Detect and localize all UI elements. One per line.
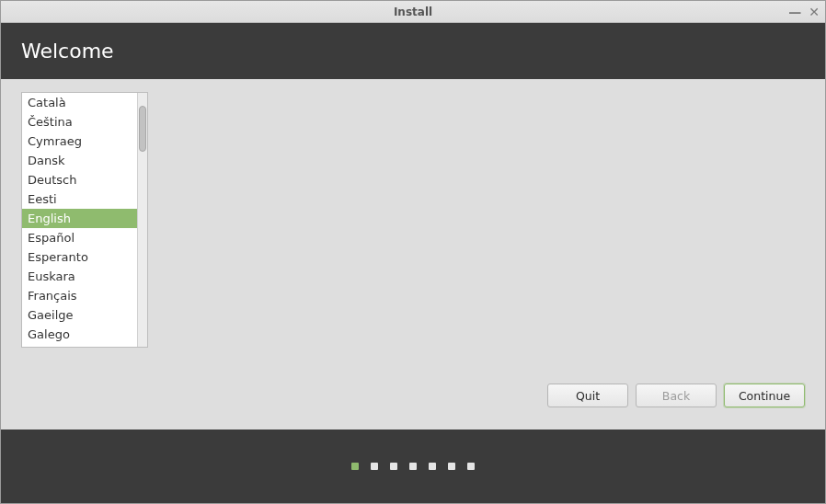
scrollbar[interactable] (137, 93, 147, 347)
progress-footer (1, 430, 825, 503)
window-title: Install (394, 6, 432, 18)
list-item[interactable]: Dansk (22, 151, 137, 170)
list-item[interactable]: Esperanto (22, 247, 137, 267)
quit-button[interactable]: Quit (547, 384, 628, 407)
button-row: Quit Back Continue (21, 374, 805, 420)
continue-button[interactable]: Continue (724, 384, 805, 407)
list-item[interactable]: Eesti (22, 189, 137, 209)
list-item[interactable]: Français (22, 286, 137, 305)
progress-dot (371, 463, 378, 470)
back-button: Back (636, 384, 717, 407)
progress-dot (448, 463, 455, 470)
list-item[interactable]: Català (22, 93, 137, 112)
window-titlebar: Install — ✕ (1, 1, 825, 23)
progress-dot (409, 463, 417, 470)
list-item[interactable]: Gaeilge (22, 305, 137, 325)
back-button-label: Back (662, 389, 690, 403)
list-item[interactable]: Čeština (22, 112, 137, 132)
continue-button-label: Continue (739, 389, 790, 403)
language-list-inner: CatalàČeštinaCymraegDanskDeutschEestiEng… (22, 93, 137, 347)
content-area: CatalàČeštinaCymraegDanskDeutschEestiEng… (1, 79, 825, 430)
list-item[interactable]: Euskara (22, 267, 137, 286)
progress-dot (390, 463, 397, 470)
progress-dot (351, 463, 359, 470)
list-item[interactable]: English (22, 209, 137, 228)
minimize-icon[interactable]: — (788, 6, 801, 18)
page-header: Welcome (1, 23, 825, 79)
page-title: Welcome (21, 40, 114, 63)
progress-dot (467, 463, 475, 470)
list-item[interactable]: Deutsch (22, 170, 137, 189)
list-item[interactable]: Español (22, 228, 137, 247)
list-item[interactable]: Galego (22, 325, 137, 344)
scroll-thumb[interactable] (139, 106, 146, 152)
quit-button-label: Quit (576, 389, 600, 403)
list-item[interactable]: Cymraeg (22, 132, 137, 151)
progress-dot (429, 463, 436, 470)
close-icon[interactable]: ✕ (809, 6, 820, 18)
language-listbox[interactable]: CatalàČeštinaCymraegDanskDeutschEestiEng… (21, 92, 148, 348)
window-controls: — ✕ (788, 1, 820, 22)
